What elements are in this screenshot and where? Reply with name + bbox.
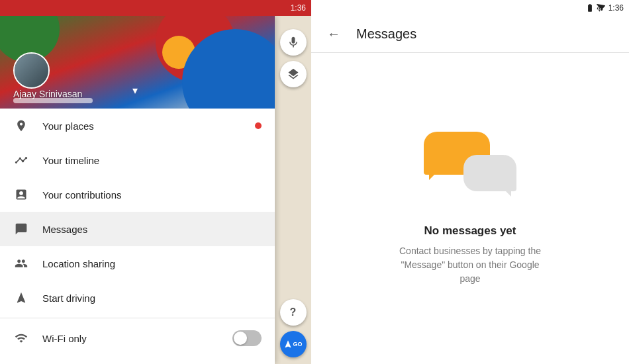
status-bar-left: 1:36 — [0, 0, 311, 16]
menu-item-offline-maps[interactable]: Offline maps — [0, 355, 275, 364]
menu-item-your-timeline[interactable]: Your timeline — [0, 143, 275, 177]
menu-item-start-driving[interactable]: Start driving — [0, 281, 275, 315]
messages-title: Messages — [356, 26, 416, 42]
menu-item-your-places[interactable]: Your places — [0, 109, 275, 143]
menu-item-your-contributions[interactable]: Your contributions — [0, 177, 275, 212]
status-icons-right — [585, 3, 606, 13]
avatar-image — [15, 54, 48, 87]
chat-illustration — [424, 132, 516, 205]
menu-divider — [0, 318, 275, 318]
user-avatar[interactable] — [13, 52, 50, 89]
message-icon — [13, 221, 29, 237]
right-panel: 1:36 ← Messages No messages yet Contact … — [311, 0, 629, 364]
menu-list: Your places Your timeline Your contribut… — [0, 109, 275, 364]
map-controls: ? GO — [275, 16, 311, 364]
wifi-icon — [13, 330, 29, 346]
wifi-toggle-thumb — [234, 332, 247, 345]
menu-label-your-places: Your places — [42, 120, 255, 132]
bubble-right — [463, 155, 516, 191]
menu-label-your-timeline: Your timeline — [42, 155, 262, 166]
drawer-header: Ajaay Srinivasan ▾ — [0, 16, 275, 109]
back-button[interactable]: ← — [322, 23, 346, 46]
contributions-icon — [13, 187, 29, 203]
no-messages-subtitle: Contact businesses by tapping the "Messa… — [391, 244, 550, 286]
notification-badge — [255, 122, 262, 129]
status-bar-right: 1:36 — [311, 0, 629, 16]
no-messages-title: No messages yet — [424, 224, 516, 238]
status-time-left: 1:36 — [291, 3, 306, 13]
layers-button[interactable] — [280, 61, 307, 87]
menu-label-start-driving: Start driving — [42, 293, 262, 304]
menu-label-location-sharing: Location sharing — [42, 258, 262, 269]
go-button[interactable]: GO — [280, 331, 307, 357]
messages-empty-state: No messages yet Contact businesses by ta… — [311, 53, 629, 364]
navigation-icon — [13, 290, 29, 306]
user-email — [13, 98, 93, 103]
wifi-toggle[interactable] — [232, 330, 262, 346]
menu-label-wifi-only: Wi-Fi only — [42, 333, 232, 344]
location-pin-icon — [13, 118, 29, 134]
status-time-right: 1:36 — [608, 3, 624, 13]
microphone-button[interactable] — [280, 29, 307, 56]
navigation-drawer: Ajaay Srinivasan ▾ Your places Your time… — [0, 16, 275, 364]
left-panel: 1:36 Ajaay Srinivasan ▾ Your places — [0, 0, 311, 364]
messages-header: ← Messages — [311, 16, 629, 53]
person-pin-icon — [13, 255, 29, 271]
account-dropdown-icon[interactable]: ▾ — [132, 84, 138, 97]
timeline-icon — [13, 152, 29, 168]
menu-item-wifi-only[interactable]: Wi-Fi only — [0, 321, 275, 355]
menu-item-messages[interactable]: Messages — [0, 212, 275, 246]
help-button[interactable]: ? — [280, 299, 307, 326]
menu-label-your-contributions: Your contributions — [42, 189, 262, 201]
menu-label-messages: Messages — [42, 224, 262, 235]
menu-item-location-sharing[interactable]: Location sharing — [0, 246, 275, 281]
